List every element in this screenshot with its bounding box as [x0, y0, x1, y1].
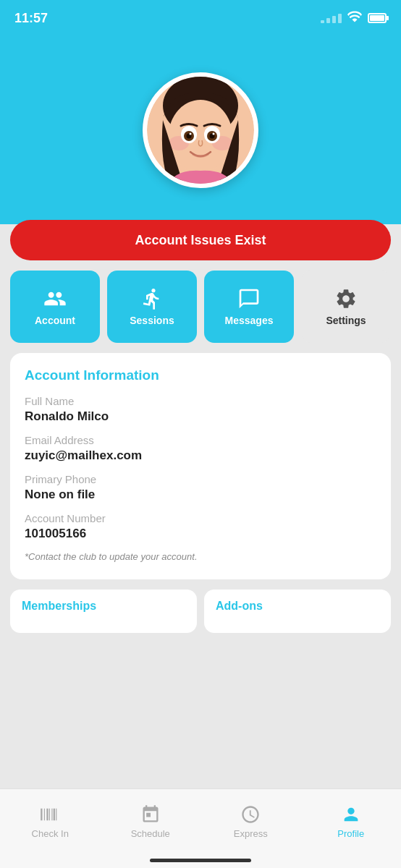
tab-messages-label: Messages [225, 315, 274, 326]
profile-label: Profile [337, 828, 364, 839]
settings-icon [334, 287, 358, 310]
alert-text: Account Issues Exist [135, 233, 266, 248]
tab-sessions[interactable]: Sessions [107, 271, 197, 343]
calendar-icon [140, 804, 161, 825]
messages-icon [237, 287, 261, 310]
addons-card[interactable]: Add-ons [204, 590, 391, 633]
checkin-label: Check In [32, 828, 69, 839]
status-icons [321, 11, 387, 25]
bottom-nav-express[interactable]: Express [221, 804, 279, 839]
account-note: *Contact the club to update your account… [25, 551, 376, 562]
memberships-title: Memberships [22, 600, 185, 613]
express-label: Express [234, 828, 268, 839]
person-icon [341, 804, 361, 825]
tab-messages[interactable]: Messages [204, 271, 294, 343]
signal-icon [321, 14, 342, 23]
tab-account-label: Account [35, 315, 75, 326]
wifi-icon [347, 11, 362, 25]
bottom-nav-profile[interactable]: Profile [322, 804, 380, 839]
bottom-nav: Check In Schedule Express Profile [0, 788, 401, 868]
phone-label: Primary Phone [25, 473, 376, 485]
avatar [143, 72, 258, 188]
svg-point-12 [213, 133, 215, 135]
tab-sessions-label: Sessions [130, 315, 174, 326]
svg-point-11 [190, 133, 192, 135]
hero-section [0, 36, 401, 224]
email-value: zuyic@mailhex.com [25, 448, 376, 463]
phone-value: None on file [25, 488, 376, 502]
svg-point-2 [169, 100, 232, 172]
battery-icon [368, 13, 387, 23]
profile-nav-tabs: Account Sessions Messages Settings [0, 260, 401, 350]
status-bar: 11:57 [0, 0, 401, 36]
clock-icon [240, 804, 261, 825]
account-number-value: 101005166 [25, 527, 376, 541]
full-name-value: Ronaldo Milco [25, 409, 376, 424]
bottom-nav-checkin[interactable]: Check In [21, 804, 79, 839]
tab-account[interactable]: Account [10, 271, 100, 343]
account-icon [43, 287, 67, 310]
full-name-label: Full Name [25, 395, 376, 407]
alert-banner[interactable]: Account Issues Exist [10, 220, 391, 260]
bottom-cards-row: Memberships Add-ons [0, 590, 401, 633]
status-time: 11:57 [14, 11, 48, 26]
tab-settings-label: Settings [326, 315, 366, 326]
schedule-label: Schedule [131, 828, 170, 839]
tab-settings[interactable]: Settings [301, 271, 391, 343]
memberships-card[interactable]: Memberships [10, 590, 197, 633]
account-info-card: Account Information Full Name Ronaldo Mi… [10, 353, 391, 579]
account-info-title: Account Information [25, 367, 376, 383]
bottom-nav-schedule[interactable]: Schedule [122, 804, 180, 839]
sessions-icon [140, 287, 164, 310]
barcode-icon [40, 804, 60, 825]
home-indicator [150, 859, 251, 862]
account-number-label: Account Number [25, 512, 376, 524]
addons-title: Add-ons [216, 600, 379, 613]
avatar-image [147, 77, 254, 184]
email-label: Email Address [25, 434, 376, 446]
